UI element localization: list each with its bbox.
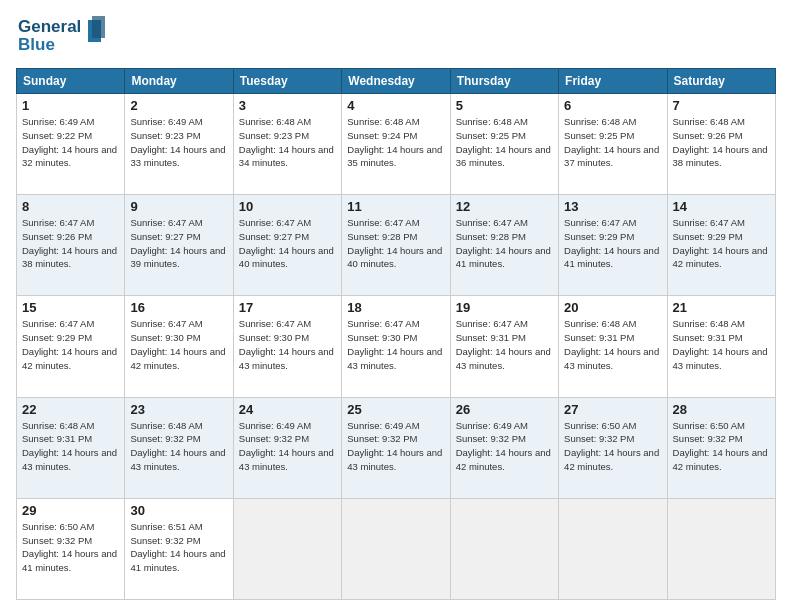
calendar-cell: 2 Sunrise: 6:49 AMSunset: 9:23 PMDayligh…	[125, 94, 233, 195]
weekday-header: Thursday	[450, 69, 558, 94]
cell-content: Sunrise: 6:49 AMSunset: 9:32 PMDaylight:…	[456, 419, 553, 474]
day-number: 2	[130, 98, 227, 113]
day-number: 29	[22, 503, 119, 518]
cell-content: Sunrise: 6:49 AMSunset: 9:22 PMDaylight:…	[22, 115, 119, 170]
calendar-cell: 14 Sunrise: 6:47 AMSunset: 9:29 PMDaylig…	[667, 195, 775, 296]
weekday-header: Friday	[559, 69, 667, 94]
calendar-cell: 27 Sunrise: 6:50 AMSunset: 9:32 PMDaylig…	[559, 397, 667, 498]
cell-content: Sunrise: 6:47 AMSunset: 9:29 PMDaylight:…	[564, 216, 661, 271]
weekday-header: Tuesday	[233, 69, 341, 94]
day-number: 23	[130, 402, 227, 417]
calendar-cell: 22 Sunrise: 6:48 AMSunset: 9:31 PMDaylig…	[17, 397, 125, 498]
day-number: 30	[130, 503, 227, 518]
cell-content: Sunrise: 6:49 AMSunset: 9:32 PMDaylight:…	[239, 419, 336, 474]
calendar-cell	[559, 498, 667, 599]
weekday-header: Saturday	[667, 69, 775, 94]
calendar-cell: 9 Sunrise: 6:47 AMSunset: 9:27 PMDayligh…	[125, 195, 233, 296]
calendar-cell: 29 Sunrise: 6:50 AMSunset: 9:32 PMDaylig…	[17, 498, 125, 599]
weekday-header: Sunday	[17, 69, 125, 94]
cell-content: Sunrise: 6:49 AMSunset: 9:23 PMDaylight:…	[130, 115, 227, 170]
svg-marker-3	[92, 16, 105, 38]
calendar-cell: 19 Sunrise: 6:47 AMSunset: 9:31 PMDaylig…	[450, 296, 558, 397]
day-number: 6	[564, 98, 661, 113]
day-number: 4	[347, 98, 444, 113]
calendar-week-row: 29 Sunrise: 6:50 AMSunset: 9:32 PMDaylig…	[17, 498, 776, 599]
day-number: 10	[239, 199, 336, 214]
calendar-cell: 3 Sunrise: 6:48 AMSunset: 9:23 PMDayligh…	[233, 94, 341, 195]
calendar-cell	[342, 498, 450, 599]
cell-content: Sunrise: 6:48 AMSunset: 9:23 PMDaylight:…	[239, 115, 336, 170]
day-number: 7	[673, 98, 770, 113]
day-number: 21	[673, 300, 770, 315]
day-number: 9	[130, 199, 227, 214]
calendar-week-row: 15 Sunrise: 6:47 AMSunset: 9:29 PMDaylig…	[17, 296, 776, 397]
cell-content: Sunrise: 6:48 AMSunset: 9:24 PMDaylight:…	[347, 115, 444, 170]
day-number: 27	[564, 402, 661, 417]
cell-content: Sunrise: 6:47 AMSunset: 9:27 PMDaylight:…	[239, 216, 336, 271]
calendar-cell: 16 Sunrise: 6:47 AMSunset: 9:30 PMDaylig…	[125, 296, 233, 397]
cell-content: Sunrise: 6:47 AMSunset: 9:30 PMDaylight:…	[130, 317, 227, 372]
cell-content: Sunrise: 6:47 AMSunset: 9:30 PMDaylight:…	[347, 317, 444, 372]
calendar-cell: 23 Sunrise: 6:48 AMSunset: 9:32 PMDaylig…	[125, 397, 233, 498]
cell-content: Sunrise: 6:47 AMSunset: 9:28 PMDaylight:…	[456, 216, 553, 271]
calendar-cell: 12 Sunrise: 6:47 AMSunset: 9:28 PMDaylig…	[450, 195, 558, 296]
calendar-cell: 8 Sunrise: 6:47 AMSunset: 9:26 PMDayligh…	[17, 195, 125, 296]
day-number: 12	[456, 199, 553, 214]
header: General Blue	[16, 12, 776, 60]
calendar-cell: 18 Sunrise: 6:47 AMSunset: 9:30 PMDaylig…	[342, 296, 450, 397]
day-number: 26	[456, 402, 553, 417]
svg-text:General: General	[18, 17, 81, 36]
calendar-cell: 7 Sunrise: 6:48 AMSunset: 9:26 PMDayligh…	[667, 94, 775, 195]
day-number: 11	[347, 199, 444, 214]
weekday-header: Monday	[125, 69, 233, 94]
day-number: 22	[22, 402, 119, 417]
cell-content: Sunrise: 6:48 AMSunset: 9:32 PMDaylight:…	[130, 419, 227, 474]
calendar-cell: 17 Sunrise: 6:47 AMSunset: 9:30 PMDaylig…	[233, 296, 341, 397]
calendar-cell: 21 Sunrise: 6:48 AMSunset: 9:31 PMDaylig…	[667, 296, 775, 397]
cell-content: Sunrise: 6:48 AMSunset: 9:25 PMDaylight:…	[564, 115, 661, 170]
svg-text:Blue: Blue	[18, 35, 55, 54]
day-number: 15	[22, 300, 119, 315]
cell-content: Sunrise: 6:48 AMSunset: 9:26 PMDaylight:…	[673, 115, 770, 170]
calendar-week-row: 22 Sunrise: 6:48 AMSunset: 9:31 PMDaylig…	[17, 397, 776, 498]
day-number: 24	[239, 402, 336, 417]
cell-content: Sunrise: 6:51 AMSunset: 9:32 PMDaylight:…	[130, 520, 227, 575]
cell-content: Sunrise: 6:50 AMSunset: 9:32 PMDaylight:…	[564, 419, 661, 474]
day-number: 28	[673, 402, 770, 417]
calendar-cell: 6 Sunrise: 6:48 AMSunset: 9:25 PMDayligh…	[559, 94, 667, 195]
cell-content: Sunrise: 6:47 AMSunset: 9:26 PMDaylight:…	[22, 216, 119, 271]
calendar-week-row: 1 Sunrise: 6:49 AMSunset: 9:22 PMDayligh…	[17, 94, 776, 195]
weekday-header: Wednesday	[342, 69, 450, 94]
calendar-table: SundayMondayTuesdayWednesdayThursdayFrid…	[16, 68, 776, 600]
calendar-cell	[450, 498, 558, 599]
cell-content: Sunrise: 6:48 AMSunset: 9:31 PMDaylight:…	[673, 317, 770, 372]
day-number: 17	[239, 300, 336, 315]
calendar-cell: 15 Sunrise: 6:47 AMSunset: 9:29 PMDaylig…	[17, 296, 125, 397]
cell-content: Sunrise: 6:50 AMSunset: 9:32 PMDaylight:…	[673, 419, 770, 474]
cell-content: Sunrise: 6:48 AMSunset: 9:31 PMDaylight:…	[564, 317, 661, 372]
calendar-cell: 28 Sunrise: 6:50 AMSunset: 9:32 PMDaylig…	[667, 397, 775, 498]
day-number: 3	[239, 98, 336, 113]
calendar-cell: 30 Sunrise: 6:51 AMSunset: 9:32 PMDaylig…	[125, 498, 233, 599]
page: General Blue SundayMondayTuesdayWednesda…	[0, 0, 792, 612]
day-number: 14	[673, 199, 770, 214]
calendar-cell: 20 Sunrise: 6:48 AMSunset: 9:31 PMDaylig…	[559, 296, 667, 397]
cell-content: Sunrise: 6:47 AMSunset: 9:29 PMDaylight:…	[22, 317, 119, 372]
calendar-cell: 25 Sunrise: 6:49 AMSunset: 9:32 PMDaylig…	[342, 397, 450, 498]
logo: General Blue	[16, 12, 106, 60]
calendar-cell	[233, 498, 341, 599]
calendar-week-row: 8 Sunrise: 6:47 AMSunset: 9:26 PMDayligh…	[17, 195, 776, 296]
calendar-cell: 13 Sunrise: 6:47 AMSunset: 9:29 PMDaylig…	[559, 195, 667, 296]
calendar-cell: 26 Sunrise: 6:49 AMSunset: 9:32 PMDaylig…	[450, 397, 558, 498]
day-number: 19	[456, 300, 553, 315]
cell-content: Sunrise: 6:47 AMSunset: 9:31 PMDaylight:…	[456, 317, 553, 372]
calendar-cell: 4 Sunrise: 6:48 AMSunset: 9:24 PMDayligh…	[342, 94, 450, 195]
day-number: 16	[130, 300, 227, 315]
day-number: 13	[564, 199, 661, 214]
day-number: 8	[22, 199, 119, 214]
day-number: 18	[347, 300, 444, 315]
day-number: 20	[564, 300, 661, 315]
day-number: 5	[456, 98, 553, 113]
calendar-cell: 10 Sunrise: 6:47 AMSunset: 9:27 PMDaylig…	[233, 195, 341, 296]
day-number: 25	[347, 402, 444, 417]
